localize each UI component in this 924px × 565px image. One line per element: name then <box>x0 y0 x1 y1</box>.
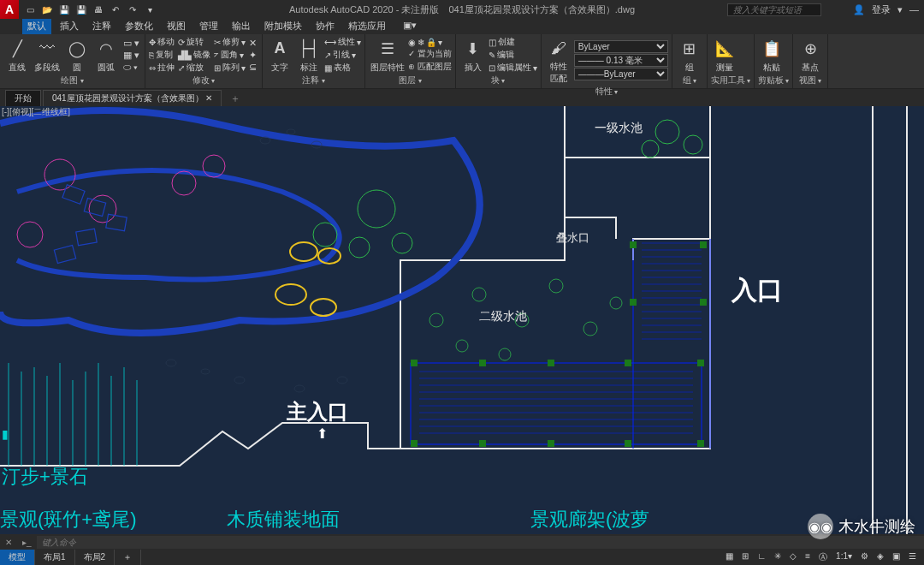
erase-icon[interactable]: ✕ <box>249 38 257 49</box>
panel-props-label[interactable]: 特性 <box>545 85 668 98</box>
panel-block-label[interactable]: 块 <box>459 74 537 86</box>
rect-icon[interactable]: ▭ ▾ <box>123 38 139 49</box>
status-gear-icon[interactable]: ⚙ <box>858 551 871 563</box>
tab-addins[interactable]: 附加模块 <box>259 19 307 34</box>
fillet-tool[interactable]: ⦢ 圆角 ▾ <box>214 49 246 61</box>
minimize-icon[interactable]: — <box>909 4 919 15</box>
block-insert-tool[interactable]: ⬇插入 <box>459 37 487 74</box>
tab-view[interactable]: 视图 <box>162 19 191 34</box>
block-edit-tool[interactable]: ✎ 编辑 <box>489 49 537 61</box>
qat-dropdown-icon[interactable]: ▾ <box>144 3 156 15</box>
block-attr-tool[interactable]: ⊡ 编辑属性 ▾ <box>489 62 537 74</box>
tab-default[interactable]: 默认 <box>22 19 51 34</box>
rotate-tool[interactable]: ⟳ 旋转 <box>178 36 210 48</box>
doc-tab-start[interactable]: 开始 <box>5 90 41 106</box>
layer-current-tool[interactable]: ✓ 置为当前 <box>408 48 452 60</box>
doc-tab-add-icon[interactable]: ＋ <box>223 92 247 106</box>
status-lwt-icon[interactable]: ≡ <box>803 551 813 563</box>
tab-featured[interactable]: 精选应用 <box>343 19 391 34</box>
stretch-tool[interactable]: ⇔ 拉伸 <box>149 62 175 74</box>
panel-clip-label[interactable]: 剪贴板 <box>758 74 789 86</box>
text-tool[interactable]: A文字 <box>266 37 293 74</box>
qat-open-icon[interactable]: 📂 <box>41 3 53 15</box>
status-scale-icon[interactable]: 1:1▾ <box>833 551 855 563</box>
ellipse-icon[interactable]: ⬭ ▾ <box>123 62 139 73</box>
panel-util-label[interactable]: 实用工具 <box>711 74 750 86</box>
qat-undo-icon[interactable]: ↶ <box>110 3 121 15</box>
panel-layer-label[interactable]: 图层 <box>369 74 452 86</box>
leader-tool[interactable]: ↗ 引线 ▾ <box>324 49 361 61</box>
dim-tool[interactable]: ├┤标注 <box>295 37 323 74</box>
layout-tab-1[interactable]: 布局1 <box>35 550 75 565</box>
table-tool[interactable]: ▦ 表格 <box>324 62 361 74</box>
scale-tool[interactable]: ⤢ 缩放 <box>178 62 210 74</box>
qat-save-icon[interactable]: 💾 <box>58 3 70 15</box>
tab-output[interactable]: 输出 <box>227 19 256 34</box>
tab-collab[interactable]: 协作 <box>311 19 340 34</box>
paste-tool[interactable]: 📋粘贴 <box>758 37 785 74</box>
help-search-input[interactable] <box>727 3 821 16</box>
caret-down-icon[interactable]: ▾ <box>897 4 903 15</box>
group-tool[interactable]: ⊞组 <box>676 37 703 74</box>
layer-ic2[interactable]: ❄ <box>418 38 424 47</box>
explode-icon[interactable]: ✦ <box>249 50 257 61</box>
move-tool[interactable]: ✥ 移动 <box>149 36 175 48</box>
tab-manage[interactable]: 管理 <box>194 19 223 34</box>
layout-tab-model[interactable]: 模型 <box>0 550 35 565</box>
layout-tab-2[interactable]: 布局2 <box>75 550 116 565</box>
status-snap-icon[interactable]: ⊞ <box>739 551 751 563</box>
doc-tab-file[interactable]: 041屋顶花园景观设计方案（含效果图） ✕ <box>43 90 222 106</box>
user-icon[interactable]: 👤 <box>853 4 865 15</box>
qat-plot-icon[interactable]: 🖶 <box>92 3 104 15</box>
status-grid-icon[interactable]: ▦ <box>723 551 736 563</box>
lineweight-select[interactable]: ——— 0.13 毫米 <box>574 54 668 67</box>
layer-match-tool[interactable]: ⊕ 匹配图层 <box>408 61 452 73</box>
app-logo[interactable]: A <box>0 0 19 19</box>
copy-tool[interactable]: ⎘ 复制 <box>149 49 175 61</box>
qat-new-icon[interactable]: ▭ <box>24 3 36 15</box>
drawing-canvas[interactable]: 一级水池 二级水池 叠水口 主入口 ⬆ 入口 汀步+景石 景观(斑竹+鸢尾) 木… <box>0 106 924 534</box>
hatch-icon[interactable]: ▦ ▾ <box>123 50 139 61</box>
status-osnap-icon[interactable]: ◇ <box>787 551 799 563</box>
tab-param[interactable]: 参数化 <box>120 19 158 34</box>
linear-tool[interactable]: ⟷ 线性 ▾ <box>324 36 361 48</box>
command-input[interactable] <box>37 536 924 549</box>
panel-modify-label[interactable]: 修改 <box>149 74 258 86</box>
tab-annotate[interactable]: 注释 <box>87 19 116 34</box>
layer-props-tool[interactable]: ☰图层特性 <box>369 37 406 74</box>
panel-draw-label[interactable]: 绘图 <box>3 74 141 86</box>
qat-redo-icon[interactable]: ↷ <box>127 3 139 15</box>
circle-tool[interactable]: ◯圆 <box>63 37 91 74</box>
arc-tool[interactable]: ◠圆弧 <box>92 37 120 74</box>
basepoint-tool[interactable]: ⊕基点 <box>797 37 824 74</box>
status-iso-icon[interactable]: ◈ <box>874 551 886 563</box>
offset-icon[interactable]: ⊆ <box>249 62 257 73</box>
status-max-icon[interactable]: ▣ <box>890 551 903 563</box>
layer-ic1[interactable]: ◉ <box>408 38 416 47</box>
linetype-select[interactable]: ———ByLayer <box>574 68 668 80</box>
status-polar-icon[interactable]: ✳ <box>772 551 784 563</box>
status-custom-icon[interactable]: ☰ <box>906 551 919 563</box>
array-tool[interactable]: ⊞ 阵列 ▾ <box>214 62 246 74</box>
cmd-close-icon[interactable]: ✕ <box>0 538 17 547</box>
trim-tool[interactable]: ✂ 修剪 ▾ <box>214 36 246 48</box>
mirror-tool[interactable]: ▟▙ 镜像 <box>178 49 210 61</box>
match-props-tool[interactable]: 🖌特性 匹配 <box>545 36 572 85</box>
status-ortho-icon[interactable]: ∟ <box>755 551 768 563</box>
tab-expand-icon[interactable]: ▣▾ <box>398 19 422 34</box>
qat-saveas-icon[interactable]: 💾 <box>75 3 87 15</box>
panel-view-label[interactable]: 视图 <box>797 74 824 86</box>
block-create-tool[interactable]: ◫ 创建 <box>489 36 537 48</box>
layout-tab-add-icon[interactable]: ＋ <box>115 550 141 565</box>
login-link[interactable]: 登录 <box>872 3 891 16</box>
polyline-tool[interactable]: 〰多段线 <box>33 37 62 74</box>
panel-annot-label[interactable]: 注释 <box>266 74 361 86</box>
viewport-controls[interactable]: [-][俯视][二维线框] <box>2 106 70 118</box>
status-anno-icon[interactable]: Ⓐ <box>816 551 830 563</box>
panel-group-label[interactable]: 组 <box>676 74 703 86</box>
layer-ic3[interactable]: 🔒 <box>426 38 436 47</box>
line-tool[interactable]: ╱直线 <box>3 37 31 74</box>
layer-ic4[interactable]: ▾ <box>438 38 442 47</box>
color-select[interactable]: ByLayer <box>574 40 668 53</box>
measure-tool[interactable]: 📐测量 <box>711 37 738 74</box>
